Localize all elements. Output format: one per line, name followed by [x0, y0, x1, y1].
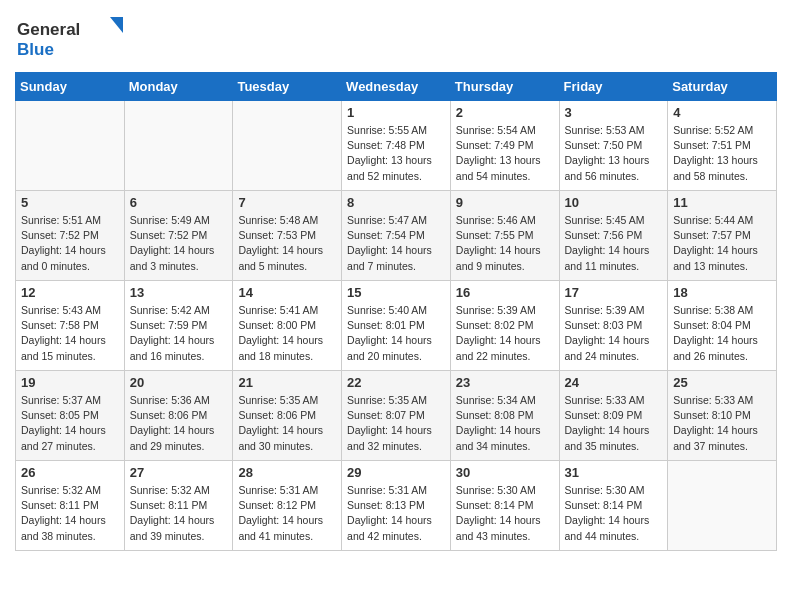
day-info: Sunrise: 5:36 AM Sunset: 8:06 PM Dayligh… — [130, 393, 228, 454]
day-info: Sunrise: 5:39 AM Sunset: 8:03 PM Dayligh… — [565, 303, 663, 364]
day-number: 3 — [565, 105, 663, 120]
calendar-cell — [16, 101, 125, 191]
calendar-cell: 30Sunrise: 5:30 AM Sunset: 8:14 PM Dayli… — [450, 461, 559, 551]
day-number: 24 — [565, 375, 663, 390]
day-info: Sunrise: 5:33 AM Sunset: 8:09 PM Dayligh… — [565, 393, 663, 454]
calendar-cell: 13Sunrise: 5:42 AM Sunset: 7:59 PM Dayli… — [124, 281, 233, 371]
calendar-cell: 31Sunrise: 5:30 AM Sunset: 8:14 PM Dayli… — [559, 461, 668, 551]
calendar-cell: 29Sunrise: 5:31 AM Sunset: 8:13 PM Dayli… — [342, 461, 451, 551]
calendar-cell: 15Sunrise: 5:40 AM Sunset: 8:01 PM Dayli… — [342, 281, 451, 371]
calendar-cell: 4Sunrise: 5:52 AM Sunset: 7:51 PM Daylig… — [668, 101, 777, 191]
day-info: Sunrise: 5:31 AM Sunset: 8:12 PM Dayligh… — [238, 483, 336, 544]
weekday-header-saturday: Saturday — [668, 73, 777, 101]
day-number: 8 — [347, 195, 445, 210]
svg-marker-0 — [110, 17, 123, 33]
day-number: 17 — [565, 285, 663, 300]
calendar-cell: 26Sunrise: 5:32 AM Sunset: 8:11 PM Dayli… — [16, 461, 125, 551]
day-number: 5 — [21, 195, 119, 210]
day-number: 22 — [347, 375, 445, 390]
day-info: Sunrise: 5:41 AM Sunset: 8:00 PM Dayligh… — [238, 303, 336, 364]
calendar-cell — [668, 461, 777, 551]
day-number: 2 — [456, 105, 554, 120]
calendar-cell: 19Sunrise: 5:37 AM Sunset: 8:05 PM Dayli… — [16, 371, 125, 461]
day-number: 15 — [347, 285, 445, 300]
weekday-header-friday: Friday — [559, 73, 668, 101]
day-info: Sunrise: 5:55 AM Sunset: 7:48 PM Dayligh… — [347, 123, 445, 184]
day-number: 31 — [565, 465, 663, 480]
weekday-header-wednesday: Wednesday — [342, 73, 451, 101]
page-header: GeneralBlue — [15, 15, 777, 60]
weekday-header-monday: Monday — [124, 73, 233, 101]
day-info: Sunrise: 5:45 AM Sunset: 7:56 PM Dayligh… — [565, 213, 663, 274]
day-info: Sunrise: 5:39 AM Sunset: 8:02 PM Dayligh… — [456, 303, 554, 364]
day-info: Sunrise: 5:46 AM Sunset: 7:55 PM Dayligh… — [456, 213, 554, 274]
calendar-cell: 3Sunrise: 5:53 AM Sunset: 7:50 PM Daylig… — [559, 101, 668, 191]
day-number: 13 — [130, 285, 228, 300]
calendar-cell: 21Sunrise: 5:35 AM Sunset: 8:06 PM Dayli… — [233, 371, 342, 461]
calendar-cell: 27Sunrise: 5:32 AM Sunset: 8:11 PM Dayli… — [124, 461, 233, 551]
day-number: 4 — [673, 105, 771, 120]
weekday-header-tuesday: Tuesday — [233, 73, 342, 101]
day-info: Sunrise: 5:37 AM Sunset: 8:05 PM Dayligh… — [21, 393, 119, 454]
day-number: 14 — [238, 285, 336, 300]
day-number: 16 — [456, 285, 554, 300]
calendar-cell: 7Sunrise: 5:48 AM Sunset: 7:53 PM Daylig… — [233, 191, 342, 281]
calendar-cell: 8Sunrise: 5:47 AM Sunset: 7:54 PM Daylig… — [342, 191, 451, 281]
day-info: Sunrise: 5:40 AM Sunset: 8:01 PM Dayligh… — [347, 303, 445, 364]
calendar-cell: 10Sunrise: 5:45 AM Sunset: 7:56 PM Dayli… — [559, 191, 668, 281]
week-row-4: 19Sunrise: 5:37 AM Sunset: 8:05 PM Dayli… — [16, 371, 777, 461]
calendar-cell: 6Sunrise: 5:49 AM Sunset: 7:52 PM Daylig… — [124, 191, 233, 281]
day-number: 9 — [456, 195, 554, 210]
day-info: Sunrise: 5:44 AM Sunset: 7:57 PM Dayligh… — [673, 213, 771, 274]
calendar-cell: 20Sunrise: 5:36 AM Sunset: 8:06 PM Dayli… — [124, 371, 233, 461]
day-number: 1 — [347, 105, 445, 120]
day-number: 26 — [21, 465, 119, 480]
day-info: Sunrise: 5:48 AM Sunset: 7:53 PM Dayligh… — [238, 213, 336, 274]
day-info: Sunrise: 5:32 AM Sunset: 8:11 PM Dayligh… — [21, 483, 119, 544]
calendar-cell: 5Sunrise: 5:51 AM Sunset: 7:52 PM Daylig… — [16, 191, 125, 281]
day-info: Sunrise: 5:30 AM Sunset: 8:14 PM Dayligh… — [565, 483, 663, 544]
calendar-cell: 23Sunrise: 5:34 AM Sunset: 8:08 PM Dayli… — [450, 371, 559, 461]
day-number: 29 — [347, 465, 445, 480]
day-info: Sunrise: 5:54 AM Sunset: 7:49 PM Dayligh… — [456, 123, 554, 184]
calendar-cell: 24Sunrise: 5:33 AM Sunset: 8:09 PM Dayli… — [559, 371, 668, 461]
day-info: Sunrise: 5:53 AM Sunset: 7:50 PM Dayligh… — [565, 123, 663, 184]
day-info: Sunrise: 5:33 AM Sunset: 8:10 PM Dayligh… — [673, 393, 771, 454]
week-row-3: 12Sunrise: 5:43 AM Sunset: 7:58 PM Dayli… — [16, 281, 777, 371]
weekday-header-thursday: Thursday — [450, 73, 559, 101]
calendar-cell: 11Sunrise: 5:44 AM Sunset: 7:57 PM Dayli… — [668, 191, 777, 281]
day-info: Sunrise: 5:47 AM Sunset: 7:54 PM Dayligh… — [347, 213, 445, 274]
weekday-header-sunday: Sunday — [16, 73, 125, 101]
calendar-cell — [124, 101, 233, 191]
logo-svg: GeneralBlue — [15, 15, 125, 60]
calendar-cell: 1Sunrise: 5:55 AM Sunset: 7:48 PM Daylig… — [342, 101, 451, 191]
calendar-cell: 16Sunrise: 5:39 AM Sunset: 8:02 PM Dayli… — [450, 281, 559, 371]
day-info: Sunrise: 5:35 AM Sunset: 8:07 PM Dayligh… — [347, 393, 445, 454]
calendar-cell: 9Sunrise: 5:46 AM Sunset: 7:55 PM Daylig… — [450, 191, 559, 281]
day-number: 28 — [238, 465, 336, 480]
day-info: Sunrise: 5:31 AM Sunset: 8:13 PM Dayligh… — [347, 483, 445, 544]
day-number: 18 — [673, 285, 771, 300]
day-number: 20 — [130, 375, 228, 390]
day-info: Sunrise: 5:52 AM Sunset: 7:51 PM Dayligh… — [673, 123, 771, 184]
day-info: Sunrise: 5:38 AM Sunset: 8:04 PM Dayligh… — [673, 303, 771, 364]
logo: GeneralBlue — [15, 15, 125, 60]
calendar-cell — [233, 101, 342, 191]
day-info: Sunrise: 5:49 AM Sunset: 7:52 PM Dayligh… — [130, 213, 228, 274]
week-row-1: 1Sunrise: 5:55 AM Sunset: 7:48 PM Daylig… — [16, 101, 777, 191]
calendar-cell: 14Sunrise: 5:41 AM Sunset: 8:00 PM Dayli… — [233, 281, 342, 371]
svg-text:Blue: Blue — [17, 40, 54, 59]
day-number: 23 — [456, 375, 554, 390]
day-number: 25 — [673, 375, 771, 390]
day-info: Sunrise: 5:32 AM Sunset: 8:11 PM Dayligh… — [130, 483, 228, 544]
day-number: 11 — [673, 195, 771, 210]
week-row-5: 26Sunrise: 5:32 AM Sunset: 8:11 PM Dayli… — [16, 461, 777, 551]
calendar-cell: 22Sunrise: 5:35 AM Sunset: 8:07 PM Dayli… — [342, 371, 451, 461]
day-number: 27 — [130, 465, 228, 480]
day-info: Sunrise: 5:51 AM Sunset: 7:52 PM Dayligh… — [21, 213, 119, 274]
day-info: Sunrise: 5:35 AM Sunset: 8:06 PM Dayligh… — [238, 393, 336, 454]
calendar-table: SundayMondayTuesdayWednesdayThursdayFrid… — [15, 72, 777, 551]
day-info: Sunrise: 5:34 AM Sunset: 8:08 PM Dayligh… — [456, 393, 554, 454]
day-info: Sunrise: 5:30 AM Sunset: 8:14 PM Dayligh… — [456, 483, 554, 544]
calendar-cell: 17Sunrise: 5:39 AM Sunset: 8:03 PM Dayli… — [559, 281, 668, 371]
